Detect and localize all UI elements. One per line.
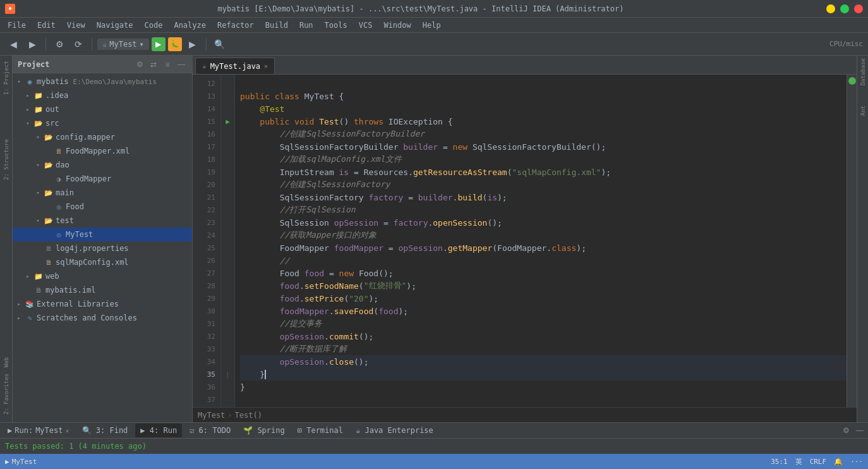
tree-item-log4j[interactable]: 🗎 log4j.properties [13,241,192,255]
code-editor[interactable]: 12 13 14 15 16 17 18 19 20 21 22 23 24 2… [193,75,857,407]
tree-label: src [45,119,59,128]
maximize-button[interactable] [840,4,849,13]
menu-help[interactable]: Help [418,20,446,31]
window-title: mybatis [E:\Demo\Java\mybatis] - ...\src… [15,4,826,13]
sync-icon[interactable]: ⇄ [148,59,159,70]
tree-item-test[interactable]: 📂 test [13,214,192,228]
bottom-tab-run2[interactable]: ▶ 4: Run [135,423,182,437]
breadcrumb-method[interactable]: Test() [235,411,262,420]
menu-navigate[interactable]: Navigate [92,20,138,31]
strip-favorites[interactable]: 2: Favorites [2,371,11,417]
menu-edit[interactable]: Edit [32,20,61,31]
ant-tab[interactable]: Ant [860,106,866,116]
menu-vcs[interactable]: VCS [354,20,378,31]
bottom-close-button[interactable]: — [854,425,865,436]
database-tab[interactable]: Database [860,58,866,85]
run-gutter-icon[interactable]: ▶ [226,118,230,126]
breadcrumb-class[interactable]: MyTest [198,411,225,420]
bottom-tab-spring[interactable]: 🌱 Spring [238,423,290,437]
code-line-21: SqlSessionFactory factory = builder.buil… [240,191,847,204]
tree-label: FoodMapper [66,174,111,183]
tree-item-food[interactable]: ◎ Food [13,200,192,214]
debug-button[interactable]: 🐛 [168,37,182,51]
tree-item-mybatis[interactable]: ◉ mybatis E:\Demo\Java\mybatis [13,75,192,88]
settings-icon[interactable]: ≡ [162,59,173,70]
menu-code[interactable]: Code [140,20,168,31]
line-num-12: 12 [193,77,220,90]
coverage-button[interactable]: ▶ [184,36,201,52]
menu-analyze[interactable]: Analyze [169,20,211,31]
tree-item-out[interactable]: 📁 out [13,102,192,116]
tree-item-scratches[interactable]: ✎ Scratches and Consoles [13,311,192,325]
menu-view[interactable]: View [62,20,90,31]
menu-window[interactable]: Window [378,20,416,31]
gear-icon[interactable]: ⚙ [134,59,145,70]
tree-label: config.mapper [56,133,115,142]
code-line-31: //提交事务 [240,317,847,330]
tree-item-src[interactable]: 📂 src [13,116,192,130]
bottom-area: ▶ Run: MyTest ✕ 🔍 3: Find ▶ 4: Run ☑ 6: … [0,422,868,454]
code-line-23: SqlSession opSession = factory.openSessi… [240,216,847,229]
bottom-settings-button[interactable]: ⚙ [840,425,852,436]
status-notification-bell[interactable]: 🔔 [834,457,843,466]
search-everywhere-button[interactable]: 🔍 [212,36,228,52]
run-button[interactable]: ▶ [152,37,166,51]
minimize-panel-button[interactable]: — [176,59,187,70]
tree-item-foodmapper-xml[interactable]: 🗎 FoodMapper.xml [13,144,192,158]
back-button[interactable]: ◀ [5,36,21,52]
tree-item-mybatis-iml[interactable]: 🗎 mybatis.iml [13,283,192,297]
tree-item-mytest[interactable]: ◎ MyTest [13,228,192,241]
tree-item-config-mapper[interactable]: 📂 config.mapper [13,130,192,144]
editor-tab-mytest[interactable]: ☕ MyTest.java ✕ [195,58,275,74]
line-num-32: 32 [193,330,220,343]
gutter-33 [221,343,234,355]
run-config-selector[interactable]: ☕ MyTest ▾ [97,39,149,50]
tree-item-web[interactable]: 📁 web [13,269,192,283]
test-status: Tests passed: 1 (4 minutes ago) [5,442,147,451]
gutter-14 [221,102,234,115]
strip-web[interactable]: Web [2,355,11,370]
strip-project[interactable]: 1: Project [2,58,11,97]
rebuild-button[interactable]: ⟳ [70,36,87,52]
line-num-30: 30 [193,305,220,317]
forward-button[interactable]: ▶ [24,36,40,52]
gutter-20 [221,178,234,191]
tree-item-dao[interactable]: 📂 dao [13,158,192,172]
line-num-27: 27 [193,267,220,279]
tree-label: dao [56,161,69,169]
strip-structure[interactable]: 2: Structure [2,137,11,183]
tree-item-idea[interactable]: 📁 .idea [13,88,192,102]
tree-arrow [24,119,32,127]
menu-run[interactable]: Run [294,20,318,31]
line-num-37: 37 [193,393,220,406]
line-num-14: 14 [193,102,220,115]
bottom-tab-run-icon[interactable]: ▶ Run: MyTest ✕ [3,423,75,437]
code-line-28: food.setFoodName("红烧排骨"); [240,279,847,292]
tree-item-main[interactable]: 📂 main [13,186,192,200]
menu-file[interactable]: File [3,20,31,31]
tree-arrow [34,133,42,141]
run-tab-close[interactable]: ✕ [66,427,69,434]
tab-close-button[interactable]: ✕ [264,63,268,70]
bottom-tab-enterprise[interactable]: ☕ Java Enterprise [351,423,438,437]
minimize-button[interactable] [826,4,835,13]
tree-item-external-libraries[interactable]: 📚 External Libraries [13,297,192,311]
build-button[interactable]: ⚙ [51,36,68,52]
bottom-tab-terminal[interactable]: ⊡ Terminal [292,423,348,437]
menu-tools[interactable]: Tools [320,20,353,31]
title-bar: ♦ mybatis [E:\Demo\Java\mybatis] - ...\s… [0,0,868,18]
menu-build[interactable]: Build [260,20,293,31]
gutter-15[interactable]: ▶ [221,115,234,128]
menu-refactor[interactable]: Refactor [212,20,259,31]
tree-item-sqlmapconfig[interactable]: 🗎 sqlMapConfig.xml [13,255,192,269]
app-icon: ♦ [5,4,15,14]
menu-bar: File Edit View Navigate Code Analyze Ref… [0,18,868,33]
tree-item-foodmapper[interactable]: ◑ FoodMapper [13,172,192,186]
bottom-tab-todo[interactable]: ☑ 6: TODO [184,423,236,437]
gutter-22 [221,204,234,216]
code-content[interactable]: public class MyTest { @Test public void … [235,75,847,407]
close-button[interactable] [854,4,863,13]
bottom-tab-find[interactable]: 🔍 3: Find [77,423,133,437]
line-num-28: 28 [193,279,220,292]
libraries-icon: 📚 [25,299,35,309]
